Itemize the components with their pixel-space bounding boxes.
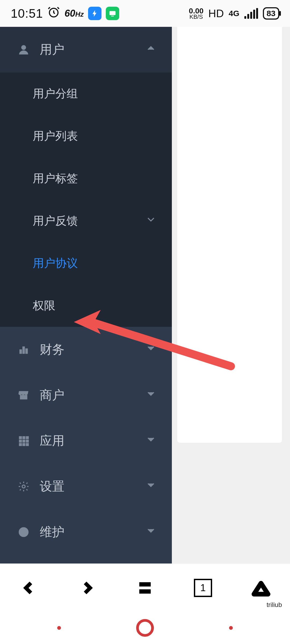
bolt-icon <box>88 7 102 20</box>
chart-bar-icon <box>16 344 31 356</box>
main-panel <box>177 27 282 443</box>
svg-rect-10 <box>19 440 22 442</box>
sidebar-section-user[interactable]: 用户 <box>0 27 172 72</box>
signal-icon <box>244 8 258 19</box>
hd-indicator: HD <box>208 8 224 20</box>
svg-rect-15 <box>26 443 28 446</box>
chevron-down-icon <box>145 388 157 403</box>
sidebar-item-user-tags[interactable]: 用户标签 <box>0 157 172 200</box>
sidebar-section-label: 设置 <box>40 478 64 495</box>
sidebar-item-user-agreement[interactable]: 用户协议 <box>0 242 172 284</box>
status-left: 10:51 60Hz <box>11 6 119 21</box>
sidebar-item-permissions[interactable]: 权限 <box>0 284 172 327</box>
svg-point-18 <box>22 530 26 534</box>
chevron-up-icon <box>145 42 157 57</box>
lifesaver-icon <box>16 526 31 538</box>
sidebar-section-finance[interactable]: 财务 <box>0 327 172 372</box>
sidebar-item-label: 用户分组 <box>33 86 78 101</box>
chevron-down-icon <box>145 479 157 494</box>
refresh-rate: 60Hz <box>64 8 84 19</box>
sidebar-item-user-list[interactable]: 用户列表 <box>0 115 172 157</box>
system-nav[interactable] <box>0 612 290 644</box>
svg-rect-13 <box>19 443 22 446</box>
sidebar-section-label: 财务 <box>40 341 64 358</box>
network-gen: 4G <box>229 9 240 18</box>
svg-rect-12 <box>26 440 28 442</box>
sidebar-section-merchant[interactable]: 商户 <box>0 372 172 418</box>
sidebar-item-label: 权限 <box>33 298 55 313</box>
network-speed: 0.00 KB/S <box>189 8 204 20</box>
alarm-icon <box>47 6 60 21</box>
battery-icon: 83 <box>263 7 279 20</box>
chevron-down-icon <box>145 525 157 540</box>
svg-rect-5 <box>26 349 27 353</box>
chevron-down-icon <box>145 214 157 228</box>
forward-button[interactable] <box>75 576 99 600</box>
tabs-button[interactable]: 1 <box>191 576 215 600</box>
nav-home-ring[interactable] <box>136 619 154 637</box>
message-icon <box>106 7 119 20</box>
sidebar-section-settings[interactable]: 设置 <box>0 464 172 509</box>
sidebar-item-user-feedback[interactable]: 用户反馈 <box>0 200 172 242</box>
sidebar-nav: 用户 用户分组 用户列表 用户标签 用户反馈 用户协议 <box>0 27 172 572</box>
sidebar-item-label: 用户标签 <box>33 171 78 186</box>
user-icon <box>16 43 31 56</box>
svg-rect-7 <box>19 437 22 439</box>
status-right: 0.00 KB/S HD 4G 83 <box>189 7 279 20</box>
user-submenu: 用户分组 用户列表 用户标签 用户反馈 用户协议 权限 <box>0 72 172 327</box>
chevron-down-icon <box>145 434 157 448</box>
svg-rect-14 <box>23 443 25 446</box>
sidebar-item-label: 用户协议 <box>33 256 78 271</box>
gear-icon <box>16 481 31 492</box>
store-icon <box>16 389 31 401</box>
clock: 10:51 <box>11 6 43 21</box>
sidebar-section-label: 用户 <box>40 41 64 58</box>
grid-icon <box>16 435 31 447</box>
sidebar-section-maintenance[interactable]: 维护 <box>0 509 172 555</box>
svg-rect-6 <box>20 395 27 399</box>
nav-dot-right <box>229 626 233 630</box>
svg-rect-11 <box>23 440 25 442</box>
sidebar-item-label: 用户反馈 <box>33 213 78 228</box>
sidebar-section-label: 应用 <box>40 433 64 449</box>
sidebar-section-label: 商户 <box>40 387 64 404</box>
sidebar-section-label: 维护 <box>40 524 64 540</box>
content-area: 用户 用户分组 用户列表 用户标签 用户反馈 用户协议 <box>0 27 290 590</box>
svg-point-16 <box>22 485 25 488</box>
svg-rect-4 <box>23 347 24 354</box>
menu-button[interactable] <box>133 576 157 600</box>
sidebar-item-user-groups[interactable]: 用户分组 <box>0 72 172 115</box>
tab-count: 1 <box>200 582 206 594</box>
watermark: triliub <box>267 601 282 609</box>
nav-dot-left <box>57 626 61 630</box>
chevron-down-icon <box>145 342 157 357</box>
home-button[interactable] <box>249 576 273 600</box>
back-button[interactable] <box>17 576 41 600</box>
svg-rect-9 <box>26 437 28 439</box>
svg-rect-8 <box>23 437 25 439</box>
status-bar: 10:51 60Hz 0.00 KB/S HD 4G 83 <box>0 0 290 27</box>
svg-point-2 <box>21 45 26 50</box>
sidebar-section-apps[interactable]: 应用 <box>0 418 172 464</box>
sidebar-item-label: 用户列表 <box>33 129 78 144</box>
svg-rect-3 <box>20 350 21 354</box>
svg-rect-1 <box>110 11 116 15</box>
browser-toolbar: 1 <box>0 564 290 612</box>
